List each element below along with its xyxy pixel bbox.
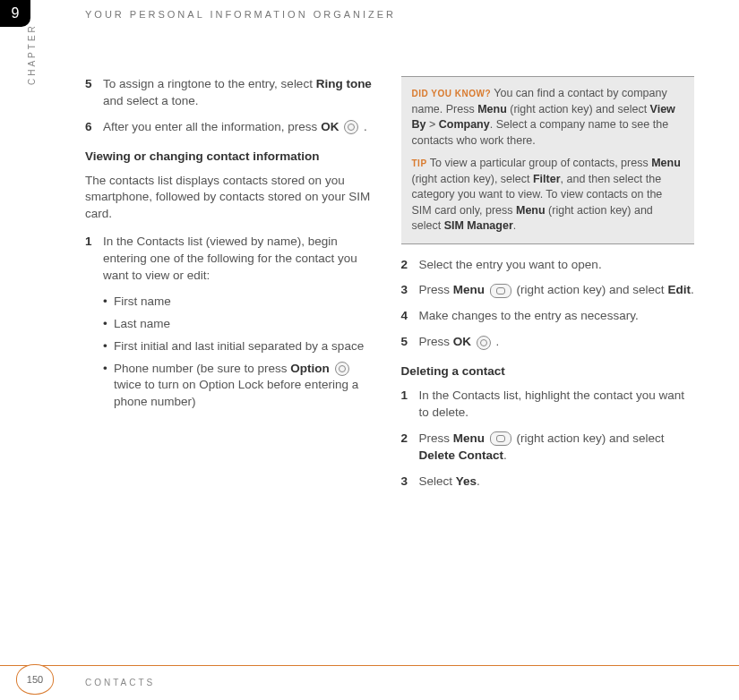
chapter-tab: 9 [0,0,30,27]
menu-key-icon [490,431,511,446]
tip-label: TIP [412,158,427,168]
step-text: Make changes to the entry as necessary. [419,308,695,325]
list-item: •Phone number (be sure to press Option t… [103,361,379,412]
step-5: 5 To assign a ringtone to the entry, sel… [85,76,379,110]
page-content: 5 To assign a ringtone to the entry, sel… [85,76,694,499]
delete-step-2: 2 Press Menu (right action key) and sele… [401,431,695,465]
list-item: •First initial and last initial separate… [103,338,379,355]
step-number: 3 [401,474,419,491]
dyk-label: DID YOU KNOW? [412,89,492,98]
list-item: •First name [103,294,379,311]
did-you-know: DID YOU KNOW? You can find a contact by … [412,86,684,149]
step-text: Press Menu (right action key) and select… [419,431,695,465]
bullet-list: •First name •Last name •First initial an… [103,294,379,411]
paragraph: The contacts list displays contacts stor… [85,173,379,224]
option-key-icon [335,362,349,376]
page-number: 150 [16,664,54,695]
chapter-number: 9 [12,5,20,21]
step-number: 6 [85,119,103,136]
step-text: Press Menu (right action key) and select… [419,282,695,299]
step-number: 4 [401,308,419,325]
step-text: Select the entry you want to open. [419,257,695,274]
delete-step-3: 3 Select Yes. [401,474,695,491]
ok-key-icon [477,336,491,350]
list-item: •Last name [103,316,379,333]
step-number: 1 [401,388,419,422]
step-6: 6 After you enter all the information, p… [85,119,379,136]
step-number: 5 [401,334,419,351]
step-text: To assign a ringtone to the entry, selec… [103,76,379,110]
step-5b: 5 Press OK . [401,334,695,351]
section-heading: Viewing or changing contact information [85,149,379,166]
step-number: 3 [401,282,419,299]
step-number: 2 [401,257,419,274]
step-1: 1 In the Contacts list (viewed by name),… [85,234,379,285]
menu-key-icon [490,284,511,298]
step-3: 3 Press Menu (right action key) and sele… [401,282,695,299]
ok-key-icon [344,120,358,134]
tip: TIP To view a particular group of contac… [412,156,684,235]
step-text: Select Yes. [419,474,695,491]
step-text: Press OK . [419,334,695,351]
right-column: DID YOU KNOW? You can find a contact by … [401,76,695,499]
step-number: 2 [401,431,419,465]
step-number: 1 [85,234,103,285]
footer-section: CONTACTS [85,678,155,687]
left-column: 5 To assign a ringtone to the entry, sel… [85,76,379,499]
delete-step-1: 1 In the Contacts list, highlight the co… [401,388,695,422]
step-text: In the Contacts list, highlight the cont… [419,388,695,422]
page-footer: 150 CONTACTS [0,665,739,700]
step-text: In the Contacts list (viewed by name), b… [103,234,379,285]
step-number: 5 [85,76,103,110]
step-2: 2 Select the entry you want to open. [401,257,695,274]
tip-box: DID YOU KNOW? You can find a contact by … [401,76,695,244]
running-header: YOUR PERSONAL INFORMATION ORGANIZER [85,9,396,20]
section-heading: Deleting a contact [401,363,695,380]
chapter-label: CHAPTER [27,23,37,85]
step-4: 4 Make changes to the entry as necessary… [401,308,695,325]
step-text: After you enter all the information, pre… [103,119,379,136]
